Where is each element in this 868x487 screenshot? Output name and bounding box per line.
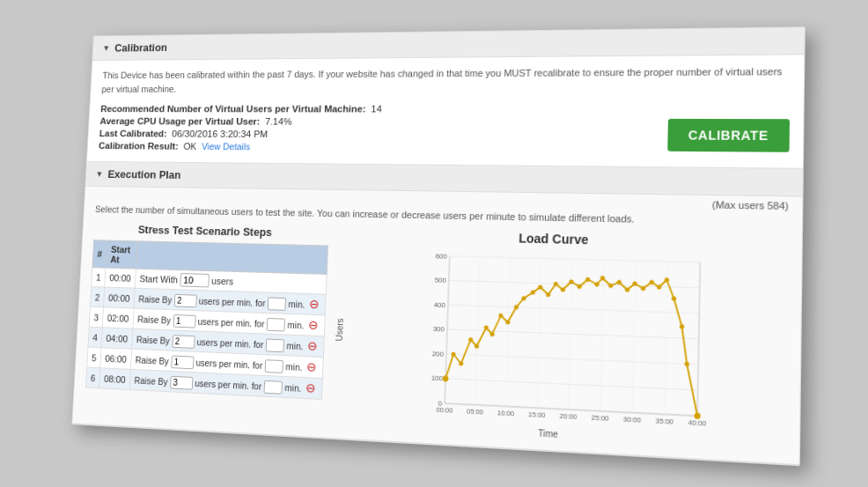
svg-point-45 xyxy=(538,284,542,289)
svg-point-38 xyxy=(484,325,489,329)
svg-text:300: 300 xyxy=(433,325,445,334)
svg-point-36 xyxy=(468,337,473,342)
svg-text:05:00: 05:00 xyxy=(467,407,483,416)
svg-point-47 xyxy=(554,282,558,286)
cal-result-label: Calibration Result: xyxy=(99,140,179,151)
row-value1[interactable] xyxy=(171,355,194,369)
svg-point-43 xyxy=(521,296,526,300)
row-num: 6 xyxy=(85,367,99,388)
row-value2[interactable] xyxy=(266,338,284,352)
svg-point-49 xyxy=(569,279,573,284)
row-start: 08:00 xyxy=(99,368,131,390)
row-num: 3 xyxy=(89,306,103,327)
svg-point-57 xyxy=(632,281,636,285)
row-num: 5 xyxy=(87,347,101,368)
row-value1[interactable] xyxy=(173,294,196,307)
svg-point-61 xyxy=(665,277,669,282)
row-start: 02:00 xyxy=(102,307,133,328)
svg-text:200: 200 xyxy=(432,350,445,358)
chart-wrapper: Load Curve Users xyxy=(327,227,788,452)
calibration-title: Calibration xyxy=(114,41,167,54)
row-value1[interactable] xyxy=(172,335,195,349)
recommended-label: Recommended Number of Virtual Users per … xyxy=(100,103,366,114)
main-panel: ▼ Calibration This Device has been calib… xyxy=(71,26,805,467)
svg-point-34 xyxy=(451,352,455,357)
recommended-value: 14 xyxy=(371,103,382,114)
calibration-body: This Device has been calibrated within t… xyxy=(87,55,804,168)
row-num: 1 xyxy=(92,268,106,287)
stress-table-wrapper: Stress Test Scenario Steps # Start At 10… xyxy=(84,222,319,425)
row-num: 4 xyxy=(88,327,102,348)
remove-row-button[interactable]: ⊖ xyxy=(307,297,321,311)
svg-point-53 xyxy=(600,276,605,280)
row-value1[interactable] xyxy=(173,314,195,328)
svg-text:15:00: 15:00 xyxy=(528,410,546,419)
cal-result-row: Calibration Result: OK View Details xyxy=(99,140,667,154)
last-cal-label: Last Calibrated: xyxy=(99,128,167,138)
row-value2[interactable] xyxy=(268,297,286,310)
last-cal-row: Last Calibrated: 06/30/2016 3:20:34 PM xyxy=(99,128,668,141)
row-value2[interactable] xyxy=(265,359,283,373)
page-wrapper: ▼ Calibration This Device has been calib… xyxy=(55,28,813,460)
calibration-notice: This Device has been calibrated within t… xyxy=(101,63,791,95)
row-start: 00:00 xyxy=(105,268,136,288)
calibration-section: ▼ Calibration This Device has been calib… xyxy=(87,27,805,169)
remove-row-button[interactable]: ⊖ xyxy=(304,380,318,395)
svg-text:400: 400 xyxy=(434,300,446,309)
row-value1[interactable] xyxy=(170,376,193,390)
svg-point-63 xyxy=(680,324,684,328)
svg-text:600: 600 xyxy=(435,252,447,260)
avg-cpu-value: 7.14% xyxy=(265,116,292,127)
svg-point-65 xyxy=(695,413,701,419)
avg-cpu-row: Average CPU Usage per Virtual User: 7.14… xyxy=(99,115,667,127)
row-value2[interactable] xyxy=(264,380,283,395)
col-num: # xyxy=(92,240,107,269)
svg-text:00:00: 00:00 xyxy=(436,405,452,414)
row-value1[interactable] xyxy=(180,273,210,287)
cal-result-value: OK xyxy=(183,141,197,151)
remove-row-button[interactable]: ⊖ xyxy=(305,338,320,353)
svg-point-59 xyxy=(650,280,654,284)
calibrate-button[interactable]: CALIBRATE xyxy=(667,118,790,151)
avg-cpu-label: Average CPU Usage per Virtual User: xyxy=(99,115,260,126)
calibration-details: Recommended Number of Virtual Users per … xyxy=(99,103,668,157)
recommended-row: Recommended Number of Virtual Users per … xyxy=(100,103,668,114)
svg-text:25:00: 25:00 xyxy=(592,413,609,423)
row-value2[interactable] xyxy=(267,318,285,332)
stress-table: # Start At 100:00 Start With users 200:0… xyxy=(85,240,328,400)
execution-chevron-icon[interactable]: ▼ xyxy=(95,169,103,178)
execution-content: Stress Test Scenario Steps # Start At 10… xyxy=(72,222,802,464)
svg-line-0 xyxy=(450,256,701,262)
svg-text:35:00: 35:00 xyxy=(656,417,673,426)
svg-point-64 xyxy=(684,361,689,366)
view-details-link[interactable]: View Details xyxy=(202,141,251,151)
svg-point-55 xyxy=(617,280,622,284)
svg-line-4 xyxy=(446,354,698,365)
execution-plan-title: Execution Plan xyxy=(107,167,181,181)
y-axis-label: Users xyxy=(335,318,345,341)
remove-row-button[interactable]: ⊖ xyxy=(306,318,320,332)
max-users-label: (Max users 584) xyxy=(712,199,789,211)
execution-plan-section: ▼ Execution Plan (Max users 584) Select … xyxy=(72,161,803,465)
svg-text:10:00: 10:00 xyxy=(497,409,514,417)
load-curve-chart: 0 100 200 300 400 500 600 00:00 05:00 xyxy=(343,245,788,439)
calibration-chevron-icon[interactable]: ▼ xyxy=(102,43,110,52)
svg-text:500: 500 xyxy=(434,277,446,285)
row-start: 04:00 xyxy=(101,328,133,349)
svg-line-5 xyxy=(445,379,698,390)
last-cal-value: 06/30/2016 3:20:34 PM xyxy=(172,129,268,139)
svg-point-33 xyxy=(443,376,448,381)
svg-text:100: 100 xyxy=(431,374,444,383)
svg-line-2 xyxy=(448,305,699,314)
col-start: Start At xyxy=(106,240,137,269)
calibration-info: Recommended Number of Virtual Users per … xyxy=(99,103,791,159)
svg-point-40 xyxy=(498,314,503,318)
remove-row-button[interactable]: ⊖ xyxy=(305,359,319,374)
svg-text:30:00: 30:00 xyxy=(623,415,641,424)
row-start: 06:00 xyxy=(100,348,132,370)
svg-point-51 xyxy=(585,277,590,282)
row-start: 00:00 xyxy=(104,287,135,308)
svg-text:20:00: 20:00 xyxy=(560,411,577,420)
row-num: 2 xyxy=(90,286,104,306)
